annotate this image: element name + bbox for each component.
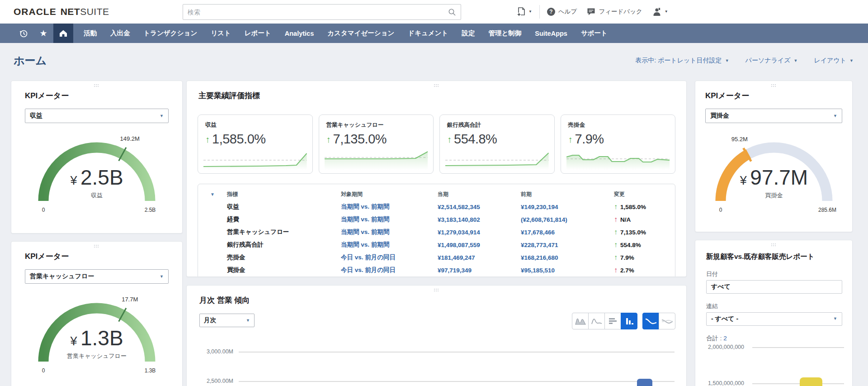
smooth-curve-button[interactable] — [642, 313, 659, 329]
panel-title: KPIメーター — [705, 91, 852, 101]
cell-current: ¥97,719,349 — [438, 267, 521, 274]
table-collapse-caret-icon[interactable]: ▼ — [198, 192, 227, 197]
nav-item-1[interactable]: 活動 — [77, 24, 104, 43]
cell-metric: 売掛金 — [227, 253, 341, 262]
kpi-metric-select[interactable]: 収益 ▼ — [25, 109, 169, 123]
nav-item-10[interactable]: 管理と制御 — [481, 24, 528, 43]
sparkline-chart — [325, 150, 428, 170]
user-menu[interactable]: ▼ — [652, 7, 668, 16]
chart-type-group-2 — [642, 313, 675, 329]
shortcuts-button[interactable]: ★ — [33, 24, 53, 43]
global-search[interactable] — [183, 4, 461, 20]
nav-item-11[interactable]: SuiteApps — [528, 24, 574, 43]
col-header-period: 対象期間 — [341, 191, 438, 198]
svg-text:営業キャッシュフロー: 営業キャッシュフロー — [67, 353, 127, 359]
main-navbar: ★ 活動入出金トランザクションリストレポートAnalyticsカスタマイゼーショ… — [0, 24, 868, 43]
nav-menu: 活動入出金トランザクションリストレポートAnalyticsカスタマイゼーションド… — [77, 24, 614, 43]
vertical-bar-chart-button[interactable] — [621, 313, 637, 329]
nav-item-12[interactable]: サポート — [574, 24, 614, 43]
sparkline-chart — [445, 150, 549, 170]
panel-title: 主要業績評価指標 — [198, 91, 686, 101]
date-field-label: 日付 — [706, 270, 852, 278]
table-row-5[interactable]: 売掛金今日 vs. 前月の同日¥181,469,247¥168,216,680↑… — [198, 251, 675, 264]
nav-item-4[interactable]: リスト — [204, 24, 238, 43]
col-header-change: 変更 — [614, 191, 670, 198]
area-chart-button[interactable] — [572, 313, 589, 329]
date-input[interactable]: すべて — [706, 280, 842, 294]
drag-handle[interactable] — [434, 289, 439, 292]
trend-controls: 月次 ▼ — [187, 313, 686, 330]
nav-item-3[interactable]: トランザクション — [137, 24, 204, 43]
trend-bar[interactable] — [637, 379, 652, 386]
col-header-current: 当期 — [438, 191, 521, 198]
table-row-4[interactable]: 銀行残高合計当期間 vs. 前期間¥1,498,087,559¥228,773,… — [198, 238, 675, 251]
panel-title: 月次 営業 傾向 — [199, 295, 686, 305]
drag-handle[interactable] — [771, 243, 777, 247]
help-icon: ? — [547, 8, 555, 16]
drag-handle[interactable] — [434, 84, 439, 88]
horizontal-bar-chart-button[interactable] — [604, 313, 621, 329]
svg-text:2.5B: 2.5B — [145, 207, 156, 213]
chart-type-buttons — [572, 313, 675, 329]
search-icon[interactable] — [448, 8, 456, 16]
personalize-dropdown[interactable]: パーソナライズ ▼ — [745, 57, 798, 65]
nav-item-5[interactable]: レポート — [238, 24, 278, 43]
portlet-date-setting-dropdown[interactable]: 表示中: ポートレット日付設定 ▼ — [635, 57, 729, 65]
kpi-tile-4[interactable]: 売掛金↑7.9% — [561, 114, 676, 174]
kpi-gauge: 95.2M¥ 97.7M買掛金0285.6M — [702, 125, 846, 215]
new-vs-existing-customer-sales-panel: 新規顧客vs.既存顧客販売レポート 日付 すべて 連結 - すべて - ▼ 合計… — [695, 240, 853, 386]
kpi-metric-select[interactable]: 買掛金 ▼ — [705, 109, 842, 123]
kpi-tile-2[interactable]: 営業キャッシュフロー↑7,135.0% — [319, 114, 434, 174]
chevron-down-icon: ▼ — [833, 317, 837, 321]
netsuite-dashboard: ORACLENETSUITE ▼ ? — [0, 0, 868, 386]
home-button[interactable] — [53, 24, 73, 43]
feedback-menu[interactable]: フィードバック — [587, 8, 642, 16]
line-chart-button[interactable] — [588, 313, 605, 329]
smooth-curve-alt-icon — [661, 317, 673, 325]
total-label: 合計 — [706, 335, 718, 342]
svg-text:¥ 2.5B: ¥ 2.5B — [70, 166, 123, 189]
table-row-1[interactable]: 収益当期間 vs. 前期間¥2,514,582,345¥149,230,194↑… — [198, 200, 675, 213]
page-title: ホーム — [14, 53, 47, 68]
smooth-curve-alt-button[interactable] — [659, 313, 675, 329]
sales-bar[interactable] — [800, 377, 822, 386]
svg-text:0: 0 — [719, 207, 722, 213]
drag-handle[interactable] — [771, 84, 777, 88]
kpi-metric-select-value: 営業キャッシュフロー — [30, 272, 94, 281]
consolidation-select[interactable]: - すべて - ▼ — [706, 312, 842, 326]
nav-item-6[interactable]: Analytics — [278, 24, 321, 43]
kpi-tile-label: 銀行残高合計 — [447, 121, 548, 129]
kpi-metric-select[interactable]: 営業キャッシュフロー ▼ — [25, 269, 169, 284]
cell-previous: ¥17,678,466 — [521, 229, 614, 236]
layout-dropdown[interactable]: レイアウト ▼ — [814, 57, 854, 65]
kpi-tile-value: 7,135.0% — [333, 132, 387, 147]
table-row-3[interactable]: 営業キャッシュフロー当期間 vs. 前期間¥1,279,034,914¥17,6… — [198, 226, 675, 238]
cell-current: ¥1,279,034,914 — [438, 229, 521, 236]
brand-oracle: ORACLE — [14, 6, 57, 17]
help-menu[interactable]: ? ヘルプ — [547, 8, 577, 16]
page-head-links: 表示中: ポートレット日付設定 ▼ パーソナライズ ▼ レイアウト ▼ — [635, 57, 854, 65]
table-row-6[interactable]: 買掛金今日 vs. 前月の同日¥97,719,349¥95,185,510↑2.… — [198, 264, 675, 276]
consolidation-select-value: - すべて - — [711, 315, 738, 323]
feedback-label: フィードバック — [599, 8, 642, 16]
nav-item-9[interactable]: 設定 — [455, 24, 481, 43]
drag-handle[interactable] — [94, 245, 99, 248]
nav-item-2[interactable]: 入出金 — [104, 24, 137, 43]
nav-item-8[interactable]: ドキュメント — [401, 24, 455, 43]
kpi-tile-1[interactable]: 収益↑1,585.0% — [198, 114, 313, 174]
period-select[interactable]: 月次 ▼ — [199, 314, 255, 327]
home-icon — [59, 29, 68, 38]
cell-metric: 収益 — [227, 203, 341, 211]
kpi-tile-label: 収益 — [205, 121, 306, 129]
table-row-2[interactable]: 経費当期間 vs. 前期間¥3,183,140,802(¥2,608,761,8… — [198, 213, 675, 226]
create-new-menu[interactable]: ▼ — [517, 7, 532, 17]
drag-handle[interactable] — [94, 84, 99, 88]
kpi-tile-3[interactable]: 銀行残高合計↑554.8% — [439, 114, 555, 174]
recent-records-button[interactable] — [14, 24, 33, 43]
gridline — [752, 347, 844, 348]
cell-period: 当期間 vs. 前期間 — [341, 203, 438, 211]
svg-text:0: 0 — [42, 207, 45, 213]
search-input[interactable] — [188, 9, 448, 16]
kpi-tile-value: 1,585.0% — [212, 132, 266, 147]
nav-item-7[interactable]: カスタマイゼーション — [321, 24, 401, 43]
